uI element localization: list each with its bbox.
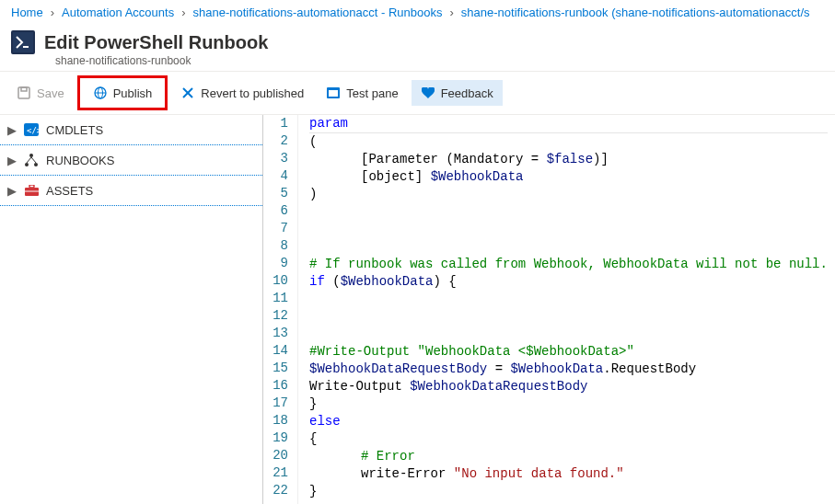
breadcrumb-link[interactable]: shane-notifications-runbook (shane-notif… [461, 6, 810, 19]
svg-text:</>: </> [27, 126, 39, 135]
code-editor[interactable]: 12345678910111213141516171819202122 para… [263, 115, 835, 504]
sidebar-item-label: CMDLETS [46, 123, 103, 137]
save-button: Save [7, 80, 74, 106]
chevron-right-icon: › [446, 6, 458, 19]
publish-label: Publish [113, 86, 153, 100]
svg-line-15 [27, 157, 31, 163]
sidebar: ▶ </> CMDLETS ▶ RUNBOOKS ▶ ASSETS [0, 115, 263, 504]
panel-icon [326, 86, 341, 100]
sidebar-item-cmdlets[interactable]: ▶ </> CMDLETS [0, 115, 262, 145]
test-pane-button[interactable]: Test pane [317, 80, 407, 106]
code-content[interactable]: param([Parameter (Mandatory = $false)][o… [298, 115, 828, 504]
page-subtitle: shane-notifications-runbook [0, 54, 835, 67]
hierarchy-icon [24, 153, 39, 167]
revert-button[interactable]: Revert to published [171, 80, 313, 106]
heart-icon [421, 86, 435, 100]
breadcrumb-link[interactable]: shane-notifications-automationacct - Run… [193, 6, 443, 19]
save-icon [17, 86, 31, 100]
chevron-right-icon: ▶ [7, 154, 17, 167]
svg-rect-2 [21, 87, 27, 91]
sidebar-item-label: RUNBOOKS [46, 154, 114, 167]
breadcrumb-link[interactable]: Home [11, 6, 43, 19]
publish-button[interactable]: Publish [84, 80, 162, 106]
toolbar: Save Publish Revert to published Test pa… [0, 71, 835, 115]
globe-icon [93, 86, 108, 100]
chevron-right-icon: ▶ [7, 184, 17, 198]
sidebar-item-runbooks[interactable]: ▶ RUNBOOKS [0, 145, 262, 176]
page-header: Edit PowerShell Runbook [0, 25, 835, 56]
feedback-button[interactable]: Feedback [412, 80, 503, 106]
save-label: Save [37, 86, 64, 100]
feedback-label: Feedback [441, 86, 493, 100]
toolbox-icon [24, 183, 39, 198]
svg-line-16 [31, 157, 36, 163]
breadcrumb: Home › Automation Accounts › shane-notif… [0, 0, 835, 25]
close-icon [180, 86, 195, 100]
main-area: ▶ </> CMDLETS ▶ RUNBOOKS ▶ ASSETS 123456… [0, 115, 835, 504]
revert-label: Revert to published [201, 86, 304, 100]
chevron-right-icon: › [178, 6, 189, 19]
test-pane-label: Test pane [346, 86, 398, 100]
sidebar-item-label: ASSETS [46, 184, 93, 198]
highlight-annotation: Publish [77, 75, 168, 110]
chevron-right-icon: › [47, 6, 58, 19]
chevron-right-icon: ▶ [7, 123, 17, 137]
code-icon: </> [24, 122, 39, 137]
sidebar-item-assets[interactable]: ▶ ASSETS [0, 176, 262, 206]
page-title: Edit PowerShell Runbook [44, 32, 268, 53]
svg-point-13 [25, 163, 29, 166]
svg-rect-1 [18, 87, 29, 98]
breadcrumb-link[interactable]: Automation Accounts [62, 6, 174, 19]
svg-point-12 [29, 154, 33, 157]
svg-rect-9 [329, 90, 338, 97]
svg-rect-18 [29, 185, 34, 188]
powershell-icon [11, 30, 35, 54]
line-gutter: 12345678910111213141516171819202122 [263, 115, 298, 504]
svg-point-14 [34, 163, 38, 166]
